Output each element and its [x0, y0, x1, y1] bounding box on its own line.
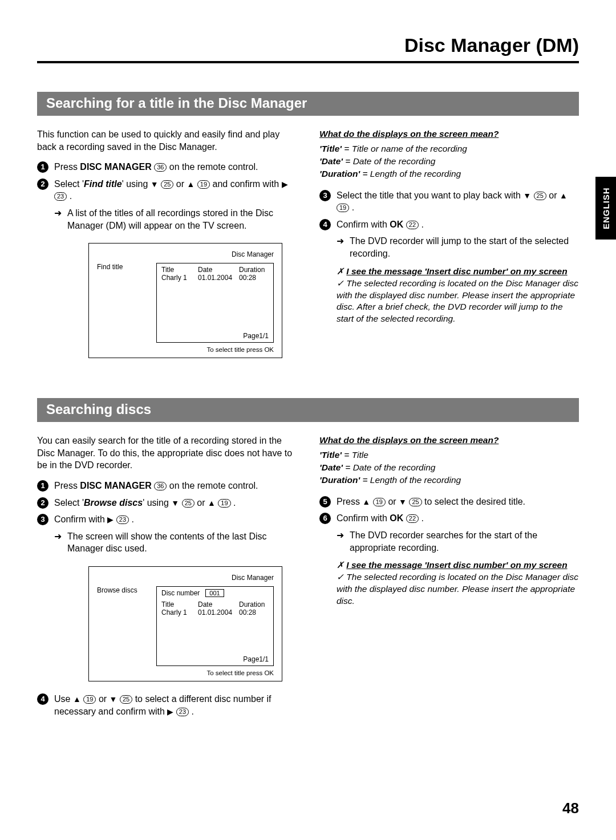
page-number: 48 — [562, 800, 579, 817]
menu-item: Find title — [84, 179, 122, 189]
info-block: What do the displays on the screen mean?… — [319, 128, 579, 180]
triangle-right-icon: ▶ — [167, 708, 173, 716]
text: ' using — [143, 498, 169, 508]
key-25-icon: 25 — [409, 498, 422, 506]
s1-step-3: 3 Select the title that you want to play… — [319, 189, 579, 214]
section-2-columns: You can easily search for the title of a… — [37, 435, 579, 722]
s2-step-4: 4 Use ▲ 19 or ▼ 25 to select a different… — [37, 693, 297, 717]
text: The screen will show the contents of the… — [67, 530, 297, 555]
triangle-right-icon: ▶ — [282, 180, 288, 188]
page-title: Disc Manager (DM) — [404, 34, 579, 56]
screen-header: Disc Manager — [97, 250, 274, 258]
screen-header: Disc Manager — [97, 574, 274, 582]
triangle-down-icon: ▼ — [399, 498, 407, 506]
key-36-icon: 36 — [154, 163, 167, 172]
cell: Charly 1 — [161, 274, 192, 282]
text: on the remote control. — [169, 162, 258, 172]
key-19-icon: 19 — [83, 695, 96, 704]
screen-page: Page1/1 — [161, 655, 269, 663]
text: Press — [54, 162, 78, 172]
step-num-icon: 6 — [319, 513, 331, 524]
text: Confirm with — [337, 220, 387, 229]
step-num-icon: 1 — [37, 480, 48, 492]
screen-left-label: Browse discs — [97, 586, 147, 666]
step-num-icon: 4 — [37, 693, 48, 705]
key-19-icon: 19 — [373, 498, 386, 506]
text: or — [197, 498, 205, 508]
page-header: Disc Manager (DM) — [37, 34, 579, 63]
cell: Charly 1 — [161, 608, 192, 616]
text: I see the message ' — [346, 266, 427, 276]
screen-foot: To select title press OK — [97, 669, 274, 676]
section-2-intro: You can easily search for the title of a… — [37, 435, 297, 472]
triangle-up-icon: ▲ — [560, 192, 568, 200]
s2-step-1: 1 Press DISC MANAGER 36 on the remote co… — [37, 480, 297, 492]
triangle-up-icon: ▲ — [187, 180, 195, 188]
info-val: = Date of the recording — [343, 156, 435, 166]
text: or — [99, 694, 107, 704]
triangle-down-icon: ▼ — [151, 180, 159, 188]
col-date: Date — [198, 600, 233, 608]
step-num-icon: 2 — [37, 178, 48, 190]
s1-note: ✗ I see the message 'Insert disc number'… — [337, 266, 579, 326]
triangle-up-icon: ▲ — [362, 498, 370, 506]
info-val: = Length of the recording — [360, 169, 461, 178]
key-25-icon: 25 — [182, 499, 194, 508]
info-key: 'Title' — [319, 450, 342, 460]
key-36-icon: 36 — [154, 482, 167, 490]
text: The selected recording is located on the… — [337, 572, 578, 606]
button-label: OK — [390, 513, 403, 523]
button-label: DISC MANAGER — [80, 481, 151, 490]
key-25-icon: 25 — [534, 192, 546, 200]
triangle-right-icon: ▶ — [107, 516, 114, 524]
info-key: 'Title' — [319, 144, 342, 153]
screen-table: Disc number 001 Title Date Duration Char… — [156, 586, 274, 666]
screen-page: Page1/1 — [161, 332, 269, 340]
key-23-icon: 23 — [176, 708, 189, 716]
s1-step-1: 1 Press DISC MANAGER 36 on the remote co… — [37, 161, 297, 173]
text: to select the desired title. — [424, 497, 525, 506]
section-1-left-col: This function can be used to quickly and… — [37, 128, 297, 370]
text: Use — [54, 694, 70, 704]
key-22-icon: 22 — [406, 514, 419, 523]
text: ' using — [122, 179, 148, 189]
cell: 01.01.2004 — [198, 274, 233, 282]
text: The DVD recorder will jump to the start … — [350, 235, 579, 259]
s2-note: ✗ I see the message 'Insert disc number'… — [337, 559, 579, 607]
col-title: Title — [161, 600, 192, 608]
s1-sub-4: ➜ The DVD recorder will jump to the star… — [337, 235, 579, 259]
step-num-icon: 4 — [319, 219, 331, 230]
cell: 00:28 — [239, 608, 269, 616]
section-2-left-col: You can easily search for the title of a… — [37, 435, 297, 722]
button-label: DISC MANAGER — [80, 162, 151, 172]
info-block: What do the displays on the screen mean?… — [319, 435, 579, 486]
text: Confirm with — [337, 513, 387, 523]
text: Select the title that you want to play b… — [337, 190, 521, 200]
key-25-icon: 25 — [120, 695, 132, 704]
info-val: = Title or name of the recording — [342, 144, 467, 153]
triangle-down-icon: ▼ — [523, 192, 531, 200]
text: Press — [337, 497, 360, 506]
step-num-icon: 3 — [37, 514, 48, 525]
s1-sub-2: ➜ A list of the titles of all recordings… — [54, 207, 297, 232]
text: Select ' — [54, 179, 84, 189]
step-num-icon: 1 — [37, 161, 48, 173]
info-key: 'Duration' — [319, 169, 360, 178]
info-key: 'Date' — [319, 156, 343, 166]
section-2-right-col: What do the displays on the screen mean?… — [319, 435, 579, 722]
key-19-icon: 19 — [197, 180, 210, 189]
text: I see the message ' — [346, 560, 427, 570]
screen-left-label: Find title — [97, 263, 147, 343]
step-num-icon: 2 — [37, 497, 48, 509]
text: The selected recording is located on the… — [337, 278, 578, 324]
s2-step-2: 2 Select 'Browse discs' using ▼ 25 or ▲ … — [37, 497, 297, 509]
text: Insert disc number — [427, 266, 506, 276]
text: Confirm with — [54, 514, 105, 524]
section-1-right-col: What do the displays on the screen mean?… — [319, 128, 579, 370]
arrow-right-icon: ➜ — [54, 208, 62, 218]
text: Insert disc number — [427, 560, 506, 570]
section-bar-search-title: Searching for a title in the Disc Manage… — [37, 92, 579, 116]
text: A list of the titles of all recordings s… — [67, 207, 297, 232]
arrow-right-icon: ➜ — [54, 531, 62, 542]
arrow-right-icon: ➜ — [337, 236, 344, 246]
